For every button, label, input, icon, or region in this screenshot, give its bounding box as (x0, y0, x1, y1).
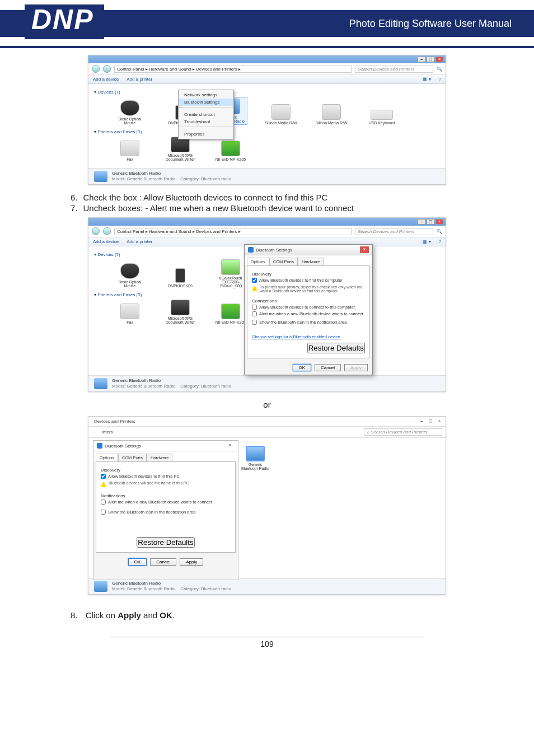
ctxmenu-create-shortcut[interactable]: Create shortcut (179, 111, 233, 118)
allow-find-checkbox[interactable]: Allow Bluetooth devices to find this PC (101, 474, 231, 479)
status-device-icon (94, 171, 107, 182)
window-min[interactable]: ‒ (418, 419, 425, 424)
nav-fwd-icon[interactable] (103, 65, 111, 73)
search-input[interactable]: Search Devices and Printers (355, 228, 433, 235)
device-item[interactable]: Basic Optical Mouse (113, 263, 147, 288)
window-max[interactable]: ▢ (427, 219, 434, 225)
window-title: Devices and Printers (91, 419, 135, 424)
change-settings-link[interactable]: Change settings for a Bluetooth enabled … (252, 334, 341, 339)
window-min[interactable]: ‒ (418, 219, 425, 225)
help-icon[interactable]: ? (439, 77, 441, 82)
device-item[interactable]: Silicon Media R/W (315, 104, 348, 125)
alert-connect-checkbox[interactable]: Alert me when a new Bluetooth device wan… (101, 500, 231, 505)
toolbar-add-device[interactable]: Add a device (93, 239, 119, 244)
status-device-icon (94, 581, 107, 592)
search-input[interactable]: Search Devices and Printers (355, 66, 433, 73)
printer-item[interactable]: NII ExD NP-K205 (214, 304, 247, 324)
device-item[interactable]: Silicon Media R/W (264, 104, 298, 125)
nav-back-icon[interactable] (92, 65, 100, 73)
allow-connect-checkbox[interactable]: Allow Bluetooth devices to connect to th… (252, 305, 365, 310)
toolbar-add-printer[interactable]: Add a printer (127, 239, 152, 244)
touch-icon (221, 259, 240, 275)
window-max[interactable]: ▢ (427, 419, 434, 424)
apply-button[interactable]: Apply (344, 364, 368, 371)
ctxmenu-bluetooth-settings[interactable]: Bluetooth settings (179, 99, 233, 106)
breadcrumb[interactable]: Control Panel ▸ Hardware and Sound ▸ Dev… (114, 66, 352, 73)
view-options-icon[interactable]: ▦ ▾ (423, 239, 430, 244)
dialog-close[interactable]: × (360, 246, 369, 253)
toolbar-add-device[interactable]: Add a device (93, 77, 119, 82)
window-titlebar: ‒ ▢ × (88, 55, 446, 63)
tab-options[interactable]: Options (247, 258, 269, 265)
ok-button[interactable]: OK (293, 364, 312, 371)
nav-back-icon[interactable]: ← (92, 430, 96, 435)
printer-item[interactable]: NII ExD NP-K205 (214, 141, 247, 161)
bluetooth-icon (246, 446, 265, 461)
view-options-icon[interactable]: ▦ ▾ (423, 77, 430, 82)
tab-com-ports[interactable]: COM Ports (269, 258, 298, 265)
allow-find-checkbox[interactable]: Allow Bluetooth devices to find this com… (252, 278, 365, 283)
warning-icon (101, 481, 106, 487)
window-titlebar: ‒ ▢ × (88, 218, 446, 226)
window-close[interactable]: × (435, 219, 443, 225)
window-min[interactable]: ‒ (418, 57, 425, 62)
printer-icon (221, 304, 240, 319)
search-icon[interactable]: 🔍 (437, 229, 442, 234)
nav-fwd-icon[interactable] (103, 227, 111, 235)
dialog-close[interactable]: × (226, 442, 235, 449)
restore-defaults-button[interactable]: Restore Defaults (137, 537, 194, 548)
window-close[interactable]: × (435, 57, 443, 62)
printer-item[interactable]: Fax (113, 141, 147, 161)
alert-connect-checkbox[interactable]: Alert me when a new Bluetooth device wan… (252, 311, 365, 316)
show-icon-checkbox[interactable]: Show the Bluetooth icon in the notificat… (252, 320, 365, 325)
card-icon (322, 104, 341, 120)
connections-group-label: Connections (252, 298, 365, 304)
restore-defaults-button[interactable]: Restore Defaults (307, 343, 365, 353)
warning-icon (252, 285, 257, 291)
printer-item[interactable]: Fax (113, 304, 147, 324)
ok-button[interactable]: OK (128, 558, 147, 566)
device-item[interactable]: DNPKIOSK09 (163, 268, 197, 288)
discovery-group-label: Discovery (252, 272, 365, 277)
nav-back-icon[interactable] (92, 227, 100, 235)
status-device-icon (94, 378, 107, 389)
ctxmenu-network-settings[interactable]: Network settings (179, 91, 233, 99)
cancel-button[interactable]: Cancel (150, 558, 176, 566)
discovery-warning: Bluetooth devices will see the name of t… (101, 480, 231, 488)
device-item[interactable]: Generic Bluetooth Radio (240, 446, 271, 470)
device-item[interactable]: Basic Optical Mouse (113, 100, 147, 125)
devices-section-header: ▾ Devices (7) (94, 90, 440, 95)
tab-hardware[interactable]: Hardware (147, 454, 173, 461)
document-header: Photo Editing Software User Manual DNP (0, 0, 534, 48)
bluetooth-settings-dialog: Bluetooth Settings × Options COM Ports H… (93, 440, 238, 580)
context-menu: Network settings Bluetooth settings Crea… (178, 90, 234, 139)
bluetooth-icon (97, 443, 102, 449)
search-input[interactable]: ⌕ Search Devices and Printers (364, 428, 442, 436)
breadcrumb[interactable]: inters (100, 429, 360, 435)
device-item[interactable]: eGalaxTouch EXC7200-76D4v1_000 (214, 259, 247, 288)
printer-item[interactable]: Microsoft XPS Document Writer (163, 300, 197, 324)
tab-hardware[interactable]: Hardware (298, 258, 324, 265)
device-item[interactable]: USB Keyboard (365, 110, 399, 125)
cancel-button[interactable]: Cancel (315, 364, 341, 371)
printer-item[interactable]: Microsoft XPS Document Writer (163, 137, 197, 161)
keyboard-icon (371, 110, 393, 120)
discovery-group-label: Discovery (101, 468, 231, 473)
apply-button[interactable]: Apply (180, 558, 203, 566)
manual-title: Photo Editing Software User Manual (349, 18, 512, 30)
show-icon-checkbox[interactable]: Show the Bluetooth icon in the notificat… (101, 510, 231, 515)
ctxmenu-troubleshoot[interactable]: Troubleshoot (179, 118, 233, 125)
tab-options[interactable]: Options (96, 454, 118, 461)
status-device-name: Generic Bluetooth Radio (112, 581, 231, 586)
toolbar-add-printer[interactable]: Add a printer (127, 77, 152, 82)
step-8: Click on Apply and OK. (71, 610, 489, 620)
screenshot-devices-contextmenu: ‒ ▢ × Control Panel ▸ Hardware and Sound… (88, 55, 446, 185)
search-icon[interactable]: 🔍 (437, 67, 442, 72)
window-close[interactable]: × (435, 419, 443, 424)
window-max[interactable]: ▢ (427, 57, 434, 62)
ctxmenu-properties[interactable]: Properties (179, 130, 233, 138)
breadcrumb[interactable]: Control Panel ▸ Hardware and Sound ▸ Dev… (114, 228, 352, 235)
tab-com-ports[interactable]: COM Ports (118, 454, 147, 461)
or-separator: or (45, 400, 489, 409)
help-icon[interactable]: ? (439, 239, 441, 244)
